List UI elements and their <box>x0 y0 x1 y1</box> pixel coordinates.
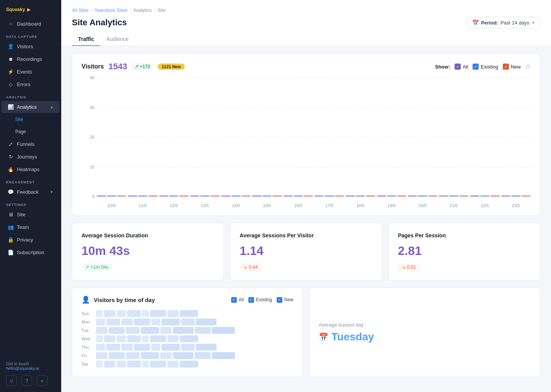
bar-group <box>128 196 157 196</box>
sidebar-item-subscription[interactable]: 📄 Subscription <box>2 247 60 258</box>
day-label: Fri <box>82 353 93 358</box>
help-icon-btn[interactable]: ? <box>21 375 32 386</box>
sidebar-item-label: Privacy <box>17 237 33 243</box>
smiley-icon-btn[interactable]: ☺ <box>6 375 17 386</box>
day-mini-bar <box>150 310 166 317</box>
sidebar-item-site[interactable]: Site <box>2 114 60 125</box>
visitors-header: Visitors 1543 ↗ +172 1121 New Show: ✓ Al… <box>82 62 531 72</box>
metric-card-sessions-per-visitor: Average Sessions Per Visitor 1.14 ↘ 0.44 <box>230 223 382 281</box>
bottom-check-row: ✓ All ✓ Existing ✓ New <box>231 297 293 303</box>
sidebar-item-privacy[interactable]: 🔒 Privacy <box>2 234 60 246</box>
sidebar-item-events[interactable]: ⚡ Events <box>2 66 60 78</box>
metric-value: 10m 43s <box>82 244 214 258</box>
calendar-sm-icon: 📅 <box>319 332 328 341</box>
day-label: Wed <box>82 336 93 341</box>
breadcrumb-site-name[interactable]: Yearniture Store <box>95 8 127 13</box>
day-mini-bar <box>181 318 195 325</box>
bottom-check-all[interactable]: ✓ All <box>231 297 244 303</box>
sidebar-item-label: Visitors <box>17 44 33 49</box>
check-all[interactable]: ✓ All <box>455 64 468 70</box>
breadcrumb-all-sites[interactable]: All Sites <box>72 8 88 13</box>
blue-bar <box>356 196 365 196</box>
check-new-box: ✓ <box>503 64 509 70</box>
x-axis-label: 12/5 <box>159 203 189 208</box>
day-mini-bar <box>212 327 235 334</box>
sidebar-item-funnels[interactable]: ⑇ Funnels <box>2 138 60 150</box>
bottom-check-existing[interactable]: ✓ Existing <box>248 297 272 303</box>
day-mini-bar <box>104 361 116 368</box>
day-mini-bar <box>150 335 166 342</box>
sidebar-item-feedback[interactable]: 💬 Feedback ▼ <box>2 186 60 198</box>
analytics-icon: 📊 <box>8 104 14 110</box>
day-mini-bar <box>117 310 126 317</box>
orange-bar <box>148 196 157 196</box>
tab-audience[interactable]: Audience <box>100 33 135 46</box>
metric-delta: ↗ +1m 04s <box>82 263 112 271</box>
sidebar-item-recordings[interactable]: ⏺ Recordings <box>2 53 60 65</box>
sidebar: Squeaky ▶ ○ Dashboard DATA CAPTURE 👤 Vis… <box>0 0 61 392</box>
sidebar-item-site-settings[interactable]: 🖥 Site <box>2 209 60 220</box>
blue-bar <box>418 196 427 196</box>
period-label: Period: <box>481 20 498 26</box>
get-in-touch-text: Get in touch: <box>6 361 30 366</box>
tab-traffic[interactable]: Traffic <box>72 33 100 46</box>
day-mini-bar <box>142 335 149 342</box>
day-row: Sun <box>82 310 293 317</box>
day-mini-bar <box>117 361 126 368</box>
delta-text: +1m 04s <box>91 265 108 270</box>
busiest-day-value: 📅 Tuesday <box>319 331 531 343</box>
period-selector[interactable]: 📅 Period: Past 14 days ▼ <box>467 17 540 28</box>
bottom-check-all-box: ✓ <box>231 297 237 303</box>
sidebar-item-label: Site <box>15 117 23 122</box>
sidebar-item-dashboard[interactable]: ○ Dashboard <box>2 18 60 30</box>
x-axis-label: 16/5 <box>284 203 313 208</box>
chart-settings-icon[interactable]: ⚙ <box>525 63 531 70</box>
day-mini-bar <box>141 352 159 359</box>
day-mini-bar <box>161 344 180 351</box>
support-email[interactable]: hello@squeaky.ai <box>6 366 39 371</box>
day-row: Wed <box>82 335 293 342</box>
x-axis-label: 19/5 <box>377 203 406 208</box>
day-mini-bar <box>96 318 105 325</box>
day-row: Sat <box>82 361 293 368</box>
orange-bar <box>117 196 126 196</box>
visitors-title: Visitors <box>82 63 104 70</box>
sidebar-item-heatmaps[interactable]: 🔥 Heatmaps <box>2 163 60 175</box>
sidebar-item-analytics[interactable]: 📊 Analytics ▲ <box>2 101 60 113</box>
day-mini-bar <box>96 327 108 334</box>
collapse-icon-btn[interactable]: « <box>37 375 47 386</box>
y-axis-label: 40 <box>83 75 95 80</box>
day-mini-bar <box>173 352 194 359</box>
sidebar-item-team[interactable]: 👥 Team <box>2 221 60 233</box>
bar-group <box>159 196 189 196</box>
purple-bar <box>221 196 230 196</box>
busiest-day-text: Tuesday <box>331 331 374 343</box>
visitors-icon: 👤 <box>8 44 14 49</box>
sidebar-item-page[interactable]: Page <box>2 126 60 137</box>
purple-bar <box>470 196 479 196</box>
check-existing[interactable]: ✓ Existing <box>473 64 498 70</box>
day-mini-bar <box>142 310 149 317</box>
bottom-check-new[interactable]: ✓ New <box>277 297 293 303</box>
day-mini-bar <box>195 352 211 359</box>
subscription-icon: 📄 <box>8 250 14 255</box>
sidebar-item-label: Heatmaps <box>17 167 39 172</box>
check-new[interactable]: ✓ New <box>503 64 521 70</box>
day-mini-bar <box>96 344 105 351</box>
metric-title: Pages Per Session <box>398 232 531 238</box>
metric-card-pages-per-session: Pages Per Session 2.81 ↘ 0.51 <box>388 223 540 281</box>
bar-group <box>284 196 313 196</box>
day-mini-bar <box>195 327 211 334</box>
delta-text: 0.51 <box>407 265 416 270</box>
breadcrumb: All Sites / Yearniture Store / Analytics… <box>72 8 540 13</box>
calendar-icon: 📅 <box>472 20 479 26</box>
content-area: Visitors 1543 ↗ +172 1121 New Show: ✓ Al… <box>61 46 551 385</box>
day-mini-bar <box>141 327 159 334</box>
day-mini-bar <box>160 352 172 359</box>
sidebar-item-visitors[interactable]: 👤 Visitors <box>2 41 60 52</box>
bar-group <box>252 196 282 196</box>
sidebar-item-errors[interactable]: ◇ Errors <box>2 78 60 90</box>
day-mini-bars <box>96 361 293 368</box>
day-mini-bar <box>126 327 140 334</box>
sidebar-item-journeys[interactable]: ↻ Journeys <box>2 151 60 163</box>
